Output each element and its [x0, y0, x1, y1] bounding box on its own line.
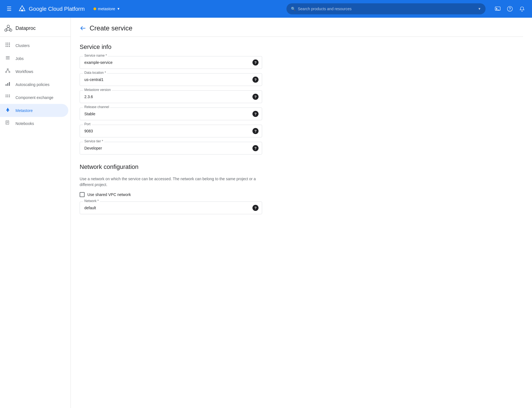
data-location-select[interactable]: us-central1 [80, 74, 252, 86]
port-row: ? [80, 125, 262, 137]
jobs-label: Jobs [15, 56, 24, 61]
svg-rect-15 [7, 45, 8, 45]
service-name-help-icon[interactable]: ? [252, 59, 259, 66]
metastore-version-label: Metastore version [83, 88, 112, 92]
sidebar-item-clusters[interactable]: Clusters [0, 39, 68, 52]
data-location-help-icon[interactable]: ? [252, 77, 259, 83]
search-bar[interactable]: 🔍 ▼ [286, 3, 486, 14]
release-channel-help-icon[interactable]: ? [252, 111, 259, 117]
data-location-label: Data location * [83, 71, 107, 75]
logo-text: Google Cloud Platform [29, 6, 85, 12]
vpc-checkbox[interactable] [80, 192, 85, 197]
notebooks-label: Notebooks [15, 121, 34, 126]
main-content: Create service Service info Service name… [71, 18, 532, 408]
sidebar-item-component-exchange[interactable]: Component exchange [0, 91, 68, 104]
network-select[interactable]: default [80, 202, 252, 214]
svg-rect-35 [7, 96, 8, 97]
service-tier-label: Service tier * [83, 139, 104, 143]
svg-rect-16 [9, 45, 10, 45]
svg-rect-36 [9, 96, 10, 97]
svg-rect-29 [7, 83, 8, 86]
top-navigation: ☰ Google Cloud Platform metastore ▼ 🔍 ▼ [0, 0, 532, 18]
svg-point-23 [7, 69, 9, 70]
sidebar-header: Dataproc [0, 20, 71, 37]
jobs-icon [4, 55, 11, 62]
svg-rect-32 [7, 95, 8, 96]
workflows-label: Workflows [15, 69, 33, 74]
service-name-input[interactable] [80, 56, 252, 69]
service-tier-field: Service tier * Developer ? [80, 142, 262, 155]
vpc-checkbox-label[interactable]: Use shared VPC network [87, 192, 131, 197]
nav-action-icons [492, 3, 528, 14]
svg-line-27 [8, 70, 9, 71]
sidebar-item-autoscaling[interactable]: Autoscaling policies [0, 78, 68, 91]
service-tier-help-icon[interactable]: ? [252, 145, 259, 151]
release-channel-icons: ? [252, 111, 259, 117]
clusters-label: Clusters [15, 43, 30, 48]
svg-rect-18 [7, 46, 8, 47]
network-help-icon[interactable]: ? [252, 205, 259, 211]
data-location-row: us-central1 ? [80, 74, 262, 86]
main-layout: Dataproc Clusters Jobs Workflows Autosca [0, 18, 532, 408]
sidebar-item-notebooks[interactable]: Notebooks [0, 117, 68, 130]
svg-point-2 [23, 8, 25, 9]
network-icons: ? [252, 205, 259, 211]
svg-rect-12 [7, 43, 8, 44]
release-channel-label: Release channel [83, 105, 110, 109]
svg-rect-13 [9, 43, 10, 44]
port-label: Port [83, 122, 92, 126]
sidebar-item-metastore[interactable]: Metastore [0, 104, 68, 117]
sidebar: Dataproc Clusters Jobs Workflows Autosca [0, 18, 71, 408]
svg-line-26 [6, 70, 8, 71]
metastore-icon [4, 107, 11, 114]
service-name-icons: ? [252, 59, 259, 66]
component-exchange-label: Component exchange [15, 95, 53, 100]
svg-point-24 [6, 71, 7, 73]
svg-point-25 [9, 71, 10, 73]
project-selector[interactable]: metastore ▼ [91, 6, 122, 12]
network-row: default ? [80, 202, 262, 214]
notifications-icon[interactable] [517, 3, 528, 14]
svg-rect-11 [6, 43, 7, 44]
autoscaling-label: Autoscaling policies [15, 82, 49, 87]
release-channel-row: Stable ? [80, 108, 262, 120]
data-location-icons: ? [252, 77, 259, 83]
search-input[interactable] [298, 7, 476, 11]
svg-point-37 [7, 111, 9, 112]
console-icon[interactable] [492, 3, 503, 14]
network-config-section: Network configuration Use a network on w… [80, 163, 523, 214]
port-help-icon[interactable]: ? [252, 128, 259, 134]
metastore-version-help-icon[interactable]: ? [252, 94, 259, 100]
page-title: Create service [90, 24, 132, 32]
port-icons: ? [252, 128, 259, 134]
svg-point-1 [20, 8, 21, 9]
search-expand-icon: ▼ [478, 7, 481, 11]
metastore-version-row: 2.3.6 ? [80, 91, 262, 103]
svg-line-9 [8, 27, 11, 29]
network-label: Network * [83, 199, 100, 203]
metastore-label: Metastore [15, 108, 33, 113]
sidebar-item-workflows[interactable]: Workflows [0, 65, 68, 78]
release-channel-select[interactable]: Stable [80, 108, 252, 120]
svg-line-8 [6, 27, 8, 29]
svg-rect-19 [9, 46, 10, 47]
network-config-title: Network configuration [80, 163, 523, 171]
svg-point-5 [7, 25, 10, 28]
svg-rect-33 [9, 95, 10, 96]
help-icon[interactable] [504, 3, 515, 14]
svg-rect-14 [6, 45, 7, 45]
dataproc-logo-icon [4, 24, 12, 32]
workflows-icon [4, 68, 11, 75]
autoscaling-icon [4, 81, 11, 88]
gcp-logo-icon [18, 5, 26, 13]
sidebar-item-jobs[interactable]: Jobs [0, 52, 68, 65]
service-name-field: Service name * ? [80, 56, 262, 69]
metastore-version-select[interactable]: 2.3.6 [80, 91, 252, 103]
back-button[interactable] [80, 25, 86, 32]
menu-icon[interactable]: ☰ [4, 3, 14, 14]
sidebar-app-name: Dataproc [15, 25, 36, 31]
service-tier-select[interactable]: Developer [80, 142, 252, 154]
port-input[interactable] [80, 125, 252, 137]
port-field: Port ? [80, 125, 262, 137]
svg-rect-28 [6, 84, 7, 86]
